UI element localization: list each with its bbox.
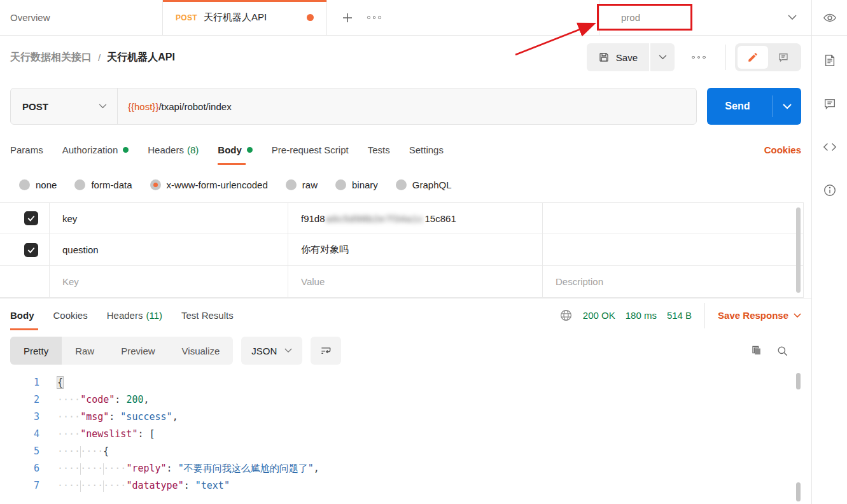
code-token: [: [150, 428, 155, 440]
param-description-field[interactable]: [543, 203, 804, 234]
edit-pencil-button[interactable]: [738, 46, 768, 69]
code-scrollbar-thumb[interactable]: [796, 482, 801, 501]
code-snippet-button[interactable]: [823, 140, 837, 154]
param-key-field[interactable]: question: [50, 234, 288, 265]
comments-button[interactable]: [823, 97, 837, 111]
wrap-lines-button[interactable]: [311, 337, 341, 365]
code-token: ····: [57, 445, 80, 457]
view-visualize[interactable]: Visualize: [169, 337, 234, 365]
param-row: question你有对象吗: [0, 234, 804, 266]
new-tab-button[interactable]: [335, 0, 360, 35]
line-number: 4: [0, 426, 39, 443]
url-host-variable: {{host}}: [128, 101, 158, 112]
line-number: 7: [0, 477, 39, 494]
environment-selector[interactable]: prod: [599, 0, 812, 35]
comment-icon: [823, 97, 837, 111]
save-response-button[interactable]: Save Response: [718, 310, 801, 321]
param-placeholder[interactable]: Value: [288, 266, 543, 297]
response-tab-headers[interactable]: Headers(11): [107, 298, 162, 332]
response-tools: [750, 345, 801, 357]
request-more-button[interactable]: [687, 43, 710, 71]
param-placeholder[interactable]: Key: [50, 266, 288, 297]
code-line: 5········{: [0, 443, 811, 460]
response-tab-test-results[interactable]: Test Results: [181, 298, 234, 332]
breadcrumb-folder[interactable]: 天行数据相关接口: [10, 51, 92, 64]
status-code[interactable]: 200 OK: [583, 310, 615, 321]
param-value-field[interactable]: 你有对象吗: [288, 234, 543, 265]
tab-method-badge: POST: [176, 13, 197, 22]
cookies-link[interactable]: Cookies: [764, 144, 801, 155]
send-button[interactable]: Send: [707, 88, 801, 125]
tab-overview[interactable]: Overview: [0, 0, 163, 35]
view-pretty[interactable]: Pretty: [10, 337, 62, 365]
response-size[interactable]: 514 B: [667, 310, 692, 321]
response-body-viewer: 1{2····"code": 200,3····"msg": "success"…: [0, 369, 811, 504]
right-sidebar: [812, 0, 847, 504]
documentation-button[interactable]: [823, 53, 837, 67]
code-token: ····: [57, 463, 80, 474]
code-line: 3····"msg": "success",: [0, 409, 811, 426]
url-bar: POST {{host}}/txapi/robot/index: [10, 88, 697, 125]
body-mode-none[interactable]: none: [19, 179, 57, 190]
code-token: "code": [80, 394, 115, 405]
param-value-field[interactable]: f91d8a6c5d98b2e7f34a1c15c861: [288, 203, 543, 234]
request-tab-pre-request-script[interactable]: Pre-request Script: [272, 132, 349, 167]
body-mode-graphql[interactable]: GraphQL: [396, 179, 452, 190]
code-token: "msg": [80, 411, 109, 423]
comment-button[interactable]: [768, 46, 799, 69]
code-token: :: [167, 463, 178, 474]
tab-request-active[interactable]: POST 天行机器人API: [163, 0, 327, 35]
info-button[interactable]: [823, 183, 837, 197]
search-button[interactable]: [776, 345, 788, 357]
request-tab-authorization[interactable]: Authorization: [62, 132, 129, 167]
response-time[interactable]: 180 ms: [626, 310, 657, 321]
globe-icon: [559, 309, 573, 322]
view-raw[interactable]: Raw: [62, 337, 108, 365]
code-scrollbar-thumb[interactable]: [796, 373, 801, 389]
tabbar-more-button[interactable]: [360, 0, 388, 35]
tab-overview-label: Overview: [10, 12, 50, 23]
table-scrollbar-thumb[interactable]: [796, 207, 801, 293]
view-preview[interactable]: Preview: [108, 337, 168, 365]
green-dot-icon: [247, 147, 253, 153]
body-mode-raw[interactable]: raw: [286, 179, 318, 190]
request-tabs: ParamsAuthorizationHeaders(8)BodyPre-req…: [0, 132, 811, 167]
request-tab-headers[interactable]: Headers(8): [148, 132, 199, 167]
chevron-down-icon: [659, 55, 667, 60]
body-mode-form-data[interactable]: form-data: [74, 179, 132, 190]
request-actions: Save: [587, 43, 801, 71]
response-meta: 200 OK 180 ms 514 B Save Response: [559, 303, 801, 328]
radio-icon: [19, 179, 30, 190]
more-dots-icon: [692, 56, 706, 59]
send-button-label: Send: [707, 101, 750, 112]
environment-name: prod: [621, 12, 640, 23]
send-options-button[interactable]: [772, 95, 801, 117]
comment-icon: [778, 52, 789, 63]
url-input[interactable]: {{host}}/txapi/robot/index: [118, 88, 696, 124]
language-select[interactable]: JSON: [241, 337, 302, 365]
response-tab-cookies[interactable]: Cookies: [53, 298, 88, 332]
body-mode-x-www-form-urlencoded[interactable]: x-www-form-urlencoded: [150, 179, 268, 190]
copy-button[interactable]: [750, 345, 762, 357]
request-tab-body[interactable]: Body: [218, 132, 253, 167]
environment-quicklook-button[interactable]: [823, 11, 837, 25]
code-token: ····: [57, 428, 80, 440]
row-checkbox[interactable]: [24, 211, 38, 225]
body-mode-binary[interactable]: binary: [335, 179, 378, 190]
line-number: 1: [0, 374, 39, 391]
save-button[interactable]: Save: [587, 43, 649, 71]
response-tab-body[interactable]: Body: [10, 298, 34, 332]
method-select[interactable]: POST: [11, 88, 118, 124]
floppy-icon: [598, 52, 610, 63]
save-options-button[interactable]: [650, 43, 675, 71]
param-placeholder[interactable]: Description: [543, 266, 804, 297]
request-tab-params[interactable]: Params: [10, 132, 43, 167]
param-key-field[interactable]: key: [50, 203, 288, 234]
request-tab-settings[interactable]: Settings: [409, 132, 444, 167]
plus-icon: [342, 13, 353, 23]
row-checkbox[interactable]: [24, 243, 38, 257]
param-description-field[interactable]: [543, 234, 804, 265]
request-tab-tests[interactable]: Tests: [368, 132, 390, 167]
tab-request-title: 天行机器人API: [204, 11, 267, 24]
postman-app: Overview POST 天行机器人API prod 天行数据相关接: [0, 0, 847, 504]
